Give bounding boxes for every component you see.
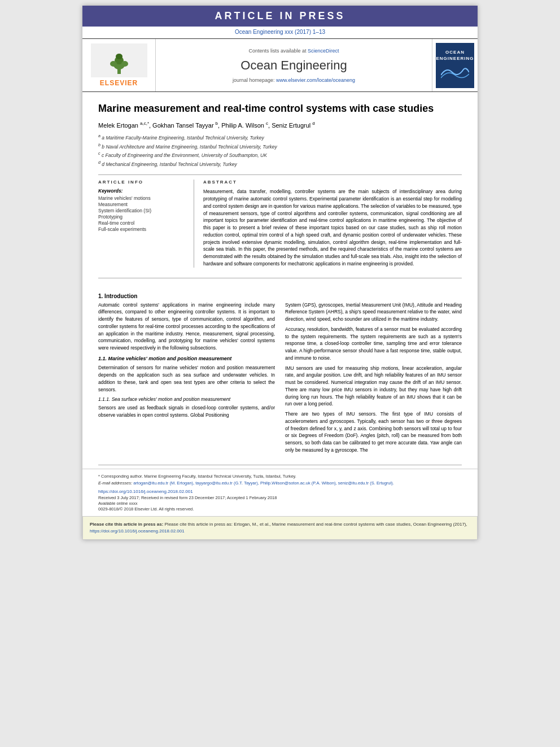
right-para-4: There are two types of IMU sensors. The … xyxy=(285,410,462,454)
homepage-url[interactable]: www.elsevier.com/locate/oceaneng xyxy=(276,77,355,83)
article-info-col: ARTICLE INFO Keywords: Marine vehicles' … xyxy=(98,180,194,267)
divider-footer xyxy=(98,465,462,465)
contents-line: Contents lists available at ScienceDirec… xyxy=(248,48,339,54)
authors-line: Melek Ertogan a,c,*, Gokhan Tansel Tayya… xyxy=(98,121,462,129)
journal-title-box: Contents lists available at ScienceDirec… xyxy=(156,39,432,91)
citation-box: Please cite this article in press as: Pl… xyxy=(82,516,478,540)
svg-point-5 xyxy=(121,61,128,67)
email-addresses: E-mail addresses: artogan@itu.edu.tr (M.… xyxy=(98,480,462,487)
keywords-label: Keywords: xyxy=(98,188,187,194)
keyword-2: Measurement xyxy=(98,202,187,207)
doi-link[interactable]: https://doi.org/10.1016/j.oceaneng.2018.… xyxy=(98,489,462,494)
sub-subsec-111-title: 1.1.1. Sea surface vehicles' motion and … xyxy=(98,396,275,403)
right-para-3: IMU sensors are used for measuring ship … xyxy=(285,365,462,408)
copyright: 0029-8018/© 2018 Elsevier Ltd. All right… xyxy=(98,506,462,512)
ocean-engineering-logo-box: OCEANENGINEERING xyxy=(432,39,478,91)
ocean-engineering-logo: OCEANENGINEERING xyxy=(436,43,474,88)
article-info-abstract-section: ARTICLE INFO Keywords: Marine vehicles' … xyxy=(98,180,462,267)
body-content: 1. Introduction Automatic control system… xyxy=(82,283,478,462)
body-two-col: Automatic control systems' applications … xyxy=(98,302,462,457)
svg-point-4 xyxy=(110,61,117,67)
journal-reference: Ocean Engineering xxx (2017) 1–13 xyxy=(82,27,478,38)
abstract-col: ABSTRACT Measurement, data transfer, mod… xyxy=(203,180,462,267)
journal-title: Ocean Engineering xyxy=(240,58,347,73)
section-1-title: 1. Introduction xyxy=(98,293,462,299)
footer-area: * Corresponding author. Marine Engineeri… xyxy=(82,469,478,512)
received-dates: Received 3 July 2017; Received in revise… xyxy=(98,495,462,500)
email-links[interactable]: artogan@itu.edu.tr (M. Ertogan), tayyarg… xyxy=(133,480,394,486)
body-col-left: Automatic control systems' applications … xyxy=(98,302,275,457)
right-para-2: Accuracy, resolution, bandwidth, feature… xyxy=(285,326,462,362)
intro-para-3: Sensors are used as feedback signals in … xyxy=(98,404,275,419)
intro-para-1: Automatic control systems' applications … xyxy=(98,302,275,352)
abstract-title: ABSTRACT xyxy=(203,180,462,185)
affil-a: a a Maritime Faculty-Marine Engineering,… xyxy=(98,133,462,142)
divider-1 xyxy=(98,174,462,175)
keyword-5: Real-time control xyxy=(98,220,187,226)
journal-header: ELSEVIER Contents lists available at Sci… xyxy=(82,38,478,92)
body-col-right: System (GPS), gyroscopes, Inertial Measu… xyxy=(285,302,462,457)
affil-d: d d Mechanical Engineering, Istanbul Tec… xyxy=(98,160,462,168)
affiliations: a a Maritime Faculty-Marine Engineering,… xyxy=(98,133,462,168)
sciencedirect-link[interactable]: ScienceDirect xyxy=(308,48,339,54)
keyword-3: System identification (SI) xyxy=(98,208,187,213)
keyword-4: Prototyping xyxy=(98,214,187,220)
affil-c: c c Faculty of Engineering and the Envir… xyxy=(98,151,462,159)
intro-para-2: Determination of sensors for marine vehi… xyxy=(98,364,275,393)
svg-point-3 xyxy=(116,54,123,59)
elsevier-label: ELSEVIER xyxy=(100,79,138,87)
citation-label: Please cite this article in press as: xyxy=(90,522,165,527)
corresponding-author: * Corresponding author. Marine Engineeri… xyxy=(98,474,462,480)
affil-b: b b Naval Architecture and Marine Engine… xyxy=(98,142,462,151)
elsevier-logo xyxy=(91,43,147,77)
divider-2 xyxy=(98,278,462,278)
keyword-6: Full-scale experiments xyxy=(98,226,187,232)
main-content: Marine measurement and real-time control… xyxy=(82,92,478,273)
ocean-logo-icon xyxy=(441,64,469,81)
citation-doi[interactable]: https://doi.org/10.1016/j.oceaneng.2018.… xyxy=(90,528,185,534)
elsevier-tree-icon xyxy=(105,53,133,75)
abstract-text: Measurement, data transfer, modelling, c… xyxy=(203,188,462,267)
article-info-title: ARTICLE INFO xyxy=(98,180,187,185)
article-in-press-banner: ARTICLE IN PRESS xyxy=(82,6,478,27)
keyword-1: Marine vehicles' motions xyxy=(98,195,187,201)
journal-homepage: journal homepage: www.elsevier.com/locat… xyxy=(233,77,355,83)
elsevier-logo-box: ELSEVIER xyxy=(82,39,156,91)
paper-title: Marine measurement and real-time control… xyxy=(98,102,462,115)
citation-text: Please cite this article in press as: Er… xyxy=(165,522,467,527)
available-online: Available online xxxx xyxy=(98,501,462,506)
subsec-11-title: 1.1. Marine vehicles' motion and positio… xyxy=(98,355,275,363)
right-para-1: System (GPS), gyroscopes, Inertial Measu… xyxy=(285,302,462,323)
